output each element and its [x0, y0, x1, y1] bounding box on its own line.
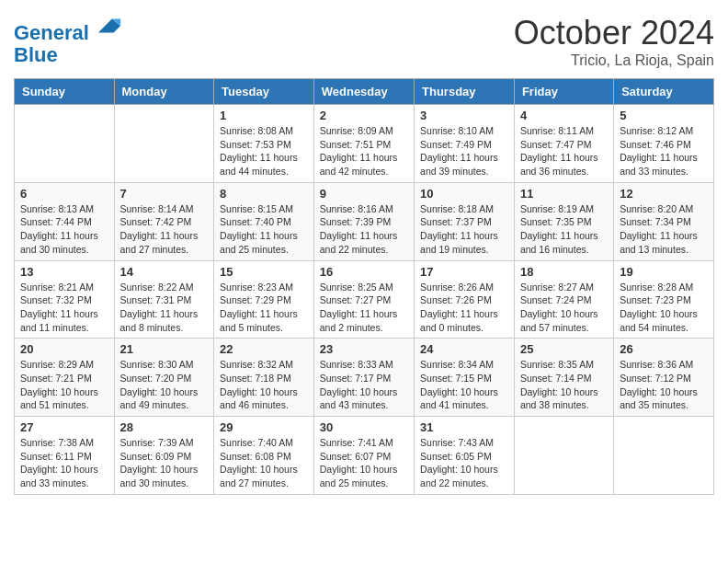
calendar-cell: 26Sunrise: 8:36 AM Sunset: 7:12 PM Dayli…: [614, 339, 714, 417]
calendar-cell: 21Sunrise: 8:30 AM Sunset: 7:20 PM Dayli…: [114, 339, 214, 417]
day-number: 16: [320, 265, 408, 279]
day-info: Sunrise: 8:09 AM Sunset: 7:51 PM Dayligh…: [320, 124, 408, 178]
day-info: Sunrise: 8:13 AM Sunset: 7:44 PM Dayligh…: [20, 202, 108, 257]
calendar-cell: 27Sunrise: 7:38 AM Sunset: 6:11 PM Dayli…: [15, 417, 115, 495]
day-number: 15: [220, 265, 308, 279]
day-info: Sunrise: 8:29 AM Sunset: 7:21 PM Dayligh…: [20, 358, 108, 412]
calendar-cell: 22Sunrise: 8:32 AM Sunset: 7:18 PM Dayli…: [214, 339, 314, 417]
day-number: 13: [20, 265, 108, 279]
day-number: 9: [320, 187, 408, 201]
calendar-week-3: 20Sunrise: 8:29 AM Sunset: 7:21 PM Dayli…: [15, 339, 714, 417]
calendar-cell: 8Sunrise: 8:15 AM Sunset: 7:40 PM Daylig…: [214, 182, 314, 260]
calendar-cell: 17Sunrise: 8:26 AM Sunset: 7:26 PM Dayli…: [415, 260, 515, 339]
calendar-cell: [15, 105, 115, 183]
calendar-week-2: 13Sunrise: 8:21 AM Sunset: 7:32 PM Dayli…: [15, 260, 714, 339]
day-number: 20: [20, 342, 108, 356]
calendar-table: SundayMondayTuesdayWednesdayThursdayFrid…: [14, 78, 714, 495]
day-info: Sunrise: 8:08 AM Sunset: 7:53 PM Dayligh…: [220, 124, 308, 178]
calendar-cell: 7Sunrise: 8:14 AM Sunset: 7:42 PM Daylig…: [114, 182, 214, 260]
calendar-cell: 24Sunrise: 8:34 AM Sunset: 7:15 PM Dayli…: [415, 339, 515, 417]
day-info: Sunrise: 8:26 AM Sunset: 7:26 PM Dayligh…: [420, 281, 508, 335]
calendar-cell: 5Sunrise: 8:12 AM Sunset: 7:46 PM Daylig…: [614, 105, 714, 183]
day-info: Sunrise: 8:28 AM Sunset: 7:23 PM Dayligh…: [620, 281, 708, 335]
day-info: Sunrise: 8:27 AM Sunset: 7:24 PM Dayligh…: [520, 281, 608, 335]
day-info: Sunrise: 7:43 AM Sunset: 6:05 PM Dayligh…: [420, 436, 508, 490]
day-info: Sunrise: 8:21 AM Sunset: 7:32 PM Dayligh…: [20, 281, 108, 335]
title-section: October 2024 Tricio, La Rioja, Spain: [514, 14, 714, 69]
calendar-cell: 1Sunrise: 8:08 AM Sunset: 7:53 PM Daylig…: [214, 105, 314, 183]
day-info: Sunrise: 8:23 AM Sunset: 7:29 PM Dayligh…: [220, 281, 308, 335]
day-info: Sunrise: 8:10 AM Sunset: 7:49 PM Dayligh…: [420, 124, 508, 178]
day-number: 14: [120, 265, 209, 279]
calendar-cell: 9Sunrise: 8:16 AM Sunset: 7:39 PM Daylig…: [313, 182, 414, 260]
day-info: Sunrise: 7:38 AM Sunset: 6:11 PM Dayligh…: [20, 436, 108, 490]
logo-blue: Blue: [14, 43, 58, 66]
day-number: 2: [320, 109, 408, 122]
day-number: 8: [220, 187, 308, 201]
day-number: 10: [420, 187, 508, 201]
day-info: Sunrise: 8:12 AM Sunset: 7:46 PM Dayligh…: [620, 124, 708, 178]
day-info: Sunrise: 8:34 AM Sunset: 7:15 PM Dayligh…: [420, 358, 508, 412]
calendar-cell: 14Sunrise: 8:22 AM Sunset: 7:31 PM Dayli…: [114, 260, 214, 339]
location-title: Tricio, La Rioja, Spain: [514, 52, 714, 69]
weekday-saturday: Saturday: [614, 79, 714, 105]
day-info: Sunrise: 7:41 AM Sunset: 6:07 PM Dayligh…: [320, 436, 408, 490]
day-number: 23: [320, 342, 408, 356]
day-info: Sunrise: 8:30 AM Sunset: 7:20 PM Dayligh…: [120, 358, 209, 412]
day-info: Sunrise: 7:39 AM Sunset: 6:09 PM Dayligh…: [120, 436, 209, 490]
day-number: 29: [220, 420, 308, 434]
page-header: General Blue October 2024 Tricio, La Rio…: [14, 14, 714, 69]
calendar-cell: 11Sunrise: 8:19 AM Sunset: 7:35 PM Dayli…: [514, 182, 613, 260]
day-number: 30: [320, 420, 408, 434]
calendar-cell: 28Sunrise: 7:39 AM Sunset: 6:09 PM Dayli…: [114, 417, 214, 495]
calendar-week-0: 1Sunrise: 8:08 AM Sunset: 7:53 PM Daylig…: [15, 105, 714, 183]
day-number: 26: [620, 342, 708, 356]
calendar-cell: 16Sunrise: 8:25 AM Sunset: 7:27 PM Dayli…: [313, 260, 414, 339]
weekday-friday: Friday: [514, 79, 613, 105]
weekday-wednesday: Wednesday: [313, 79, 414, 105]
logo-general: General: [14, 21, 89, 44]
calendar-cell: 23Sunrise: 8:33 AM Sunset: 7:17 PM Dayli…: [313, 339, 414, 417]
day-number: 11: [520, 187, 608, 201]
calendar-week-1: 6Sunrise: 8:13 AM Sunset: 7:44 PM Daylig…: [15, 182, 714, 260]
calendar-cell: [614, 417, 714, 495]
day-info: Sunrise: 7:40 AM Sunset: 6:08 PM Dayligh…: [220, 436, 308, 490]
calendar-cell: 10Sunrise: 8:18 AM Sunset: 7:37 PM Dayli…: [415, 182, 515, 260]
calendar-cell: 25Sunrise: 8:35 AM Sunset: 7:14 PM Dayli…: [514, 339, 613, 417]
day-number: 17: [420, 265, 508, 279]
day-number: 25: [520, 342, 608, 356]
logo: General Blue: [14, 14, 122, 66]
day-number: 4: [520, 109, 608, 122]
calendar-cell: 30Sunrise: 7:41 AM Sunset: 6:07 PM Dayli…: [313, 417, 414, 495]
day-info: Sunrise: 8:11 AM Sunset: 7:47 PM Dayligh…: [520, 124, 608, 178]
calendar-cell: 19Sunrise: 8:28 AM Sunset: 7:23 PM Dayli…: [614, 260, 714, 339]
calendar-cell: 20Sunrise: 8:29 AM Sunset: 7:21 PM Dayli…: [15, 339, 115, 417]
day-info: Sunrise: 8:18 AM Sunset: 7:37 PM Dayligh…: [420, 202, 508, 257]
calendar-cell: [514, 417, 613, 495]
weekday-sunday: Sunday: [15, 79, 115, 105]
calendar-week-4: 27Sunrise: 7:38 AM Sunset: 6:11 PM Dayli…: [15, 417, 714, 495]
day-info: Sunrise: 8:25 AM Sunset: 7:27 PM Dayligh…: [320, 281, 408, 335]
day-number: 28: [120, 420, 209, 434]
day-info: Sunrise: 8:15 AM Sunset: 7:40 PM Dayligh…: [220, 202, 308, 257]
day-info: Sunrise: 8:20 AM Sunset: 7:34 PM Dayligh…: [620, 202, 708, 257]
calendar-body: 1Sunrise: 8:08 AM Sunset: 7:53 PM Daylig…: [15, 105, 714, 495]
day-info: Sunrise: 8:14 AM Sunset: 7:42 PM Dayligh…: [120, 202, 209, 257]
day-number: 31: [420, 420, 508, 434]
day-number: 22: [220, 342, 308, 356]
calendar-cell: 4Sunrise: 8:11 AM Sunset: 7:47 PM Daylig…: [514, 105, 613, 183]
day-number: 24: [420, 342, 508, 356]
day-number: 18: [520, 265, 608, 279]
day-number: 3: [420, 109, 508, 122]
day-number: 21: [120, 342, 209, 356]
day-info: Sunrise: 8:35 AM Sunset: 7:14 PM Dayligh…: [520, 358, 608, 412]
day-info: Sunrise: 8:33 AM Sunset: 7:17 PM Dayligh…: [320, 358, 408, 412]
logo-icon: [97, 14, 122, 40]
day-info: Sunrise: 8:22 AM Sunset: 7:31 PM Dayligh…: [120, 281, 209, 335]
calendar-cell: [114, 105, 214, 183]
day-info: Sunrise: 8:32 AM Sunset: 7:18 PM Dayligh…: [220, 358, 308, 412]
month-title: October 2024: [514, 14, 714, 52]
calendar-cell: 13Sunrise: 8:21 AM Sunset: 7:32 PM Dayli…: [15, 260, 115, 339]
weekday-monday: Monday: [114, 79, 214, 105]
day-number: 27: [20, 420, 108, 434]
